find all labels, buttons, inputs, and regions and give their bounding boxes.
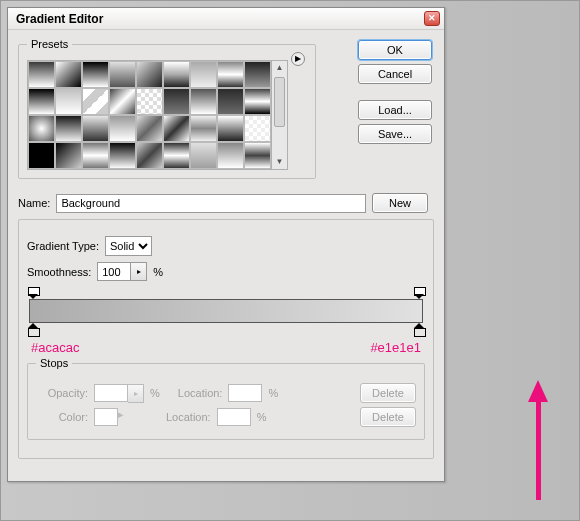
presets-legend: Presets [27, 38, 72, 50]
smoothness-stepper-icon[interactable]: ▸ [131, 262, 147, 281]
preset-swatch[interactable] [244, 142, 271, 169]
preset-swatch[interactable] [190, 115, 217, 142]
gradient-type-label: Gradient Type: [27, 240, 99, 252]
color-location-percent: % [257, 411, 267, 423]
stops-fieldset: Stops Opacity: ▸ % Location: % Delete [27, 357, 425, 440]
window-title: Gradient Editor [16, 12, 424, 26]
opacity-percent: % [150, 387, 160, 399]
smoothness-label: Smoothness: [27, 266, 91, 278]
preset-swatch[interactable] [244, 61, 271, 88]
preset-swatch[interactable] [136, 142, 163, 169]
preset-swatch[interactable] [217, 61, 244, 88]
opacity-location-percent: % [268, 387, 278, 399]
gradient-type-select[interactable]: Solid [105, 236, 152, 256]
preset-swatch[interactable] [82, 88, 109, 115]
preset-swatch[interactable] [109, 88, 136, 115]
color-stepper-icon: ▸ [118, 408, 124, 426]
preset-swatch[interactable] [55, 61, 82, 88]
titlebar[interactable]: Gradient Editor ✕ [8, 8, 444, 30]
preset-swatch[interactable] [136, 88, 163, 115]
color-stop-right[interactable] [413, 323, 425, 335]
load-button[interactable]: Load... [358, 100, 432, 120]
gradient-settings-fieldset: Gradient Type: Solid Smoothness: ▸ % [18, 219, 434, 459]
color-location-label: Location: [166, 411, 211, 423]
color-delete-button: Delete [360, 407, 416, 427]
scroll-up-icon[interactable]: ▲ [272, 61, 287, 75]
preset-swatch[interactable] [217, 115, 244, 142]
opacity-input [94, 384, 128, 402]
preset-swatch[interactable] [82, 115, 109, 142]
right-hex-annotation: #e1e1e1 [370, 340, 421, 355]
new-button[interactable]: New [372, 193, 428, 213]
opacity-stop-left[interactable] [27, 287, 39, 299]
preset-swatch[interactable] [190, 88, 217, 115]
left-hex-annotation: #acacac [31, 340, 79, 355]
presets-fieldset: Presets ▶ ▲ ▼ [18, 38, 316, 179]
name-input[interactable] [56, 194, 366, 213]
preset-swatch[interactable] [136, 61, 163, 88]
percent-label: % [153, 266, 163, 278]
opacity-label: Opacity: [36, 387, 88, 399]
preset-swatch[interactable] [163, 115, 190, 142]
preset-swatch[interactable] [28, 61, 55, 88]
name-label: Name: [18, 197, 50, 209]
color-location-input [217, 408, 251, 426]
smoothness-input[interactable] [97, 262, 131, 281]
color-stop-left[interactable] [27, 323, 39, 335]
stops-legend: Stops [36, 357, 72, 369]
preset-swatch[interactable] [28, 142, 55, 169]
color-swatch [94, 408, 118, 426]
preset-swatch[interactable] [109, 61, 136, 88]
ok-button[interactable]: OK [358, 40, 432, 60]
scroll-thumb[interactable] [274, 77, 285, 127]
preset-swatch[interactable] [217, 88, 244, 115]
cancel-button[interactable]: Cancel [358, 64, 432, 84]
preset-swatch[interactable] [163, 61, 190, 88]
preset-swatch[interactable] [190, 61, 217, 88]
preset-swatch[interactable] [217, 142, 244, 169]
preset-swatch[interactable] [82, 142, 109, 169]
preset-swatch[interactable] [244, 88, 271, 115]
preset-swatch[interactable] [28, 88, 55, 115]
presets-menu-icon[interactable]: ▶ [291, 52, 305, 66]
close-icon[interactable]: ✕ [424, 11, 440, 26]
presets-grid [27, 60, 272, 170]
opacity-delete-button: Delete [360, 383, 416, 403]
preset-swatch[interactable] [163, 88, 190, 115]
opacity-location-label: Location: [178, 387, 223, 399]
preset-swatch[interactable] [109, 142, 136, 169]
preset-swatch[interactable] [55, 88, 82, 115]
preset-swatch[interactable] [28, 115, 55, 142]
preset-swatch[interactable] [244, 115, 271, 142]
gradient-editor-dialog: Gradient Editor ✕ Presets ▶ ▲ ▼ OK Cance… [7, 7, 445, 482]
preset-swatch[interactable] [136, 115, 163, 142]
opacity-stepper-icon: ▸ [128, 384, 144, 403]
save-button[interactable]: Save... [358, 124, 432, 144]
preset-swatch[interactable] [55, 142, 82, 169]
presets-scrollbar[interactable]: ▲ ▼ [272, 60, 288, 170]
preset-swatch[interactable] [55, 115, 82, 142]
preset-swatch[interactable] [163, 142, 190, 169]
opacity-stop-right[interactable] [413, 287, 425, 299]
preset-swatch[interactable] [190, 142, 217, 169]
gradient-bar[interactable] [29, 299, 423, 323]
color-label: Color: [36, 411, 88, 423]
scroll-down-icon[interactable]: ▼ [272, 155, 287, 169]
opacity-location-input [228, 384, 262, 402]
gradient-bar-area: #acacac #e1e1e1 [27, 287, 425, 357]
annotation-arrow-icon [533, 380, 543, 500]
preset-swatch[interactable] [82, 61, 109, 88]
preset-swatch[interactable] [109, 115, 136, 142]
